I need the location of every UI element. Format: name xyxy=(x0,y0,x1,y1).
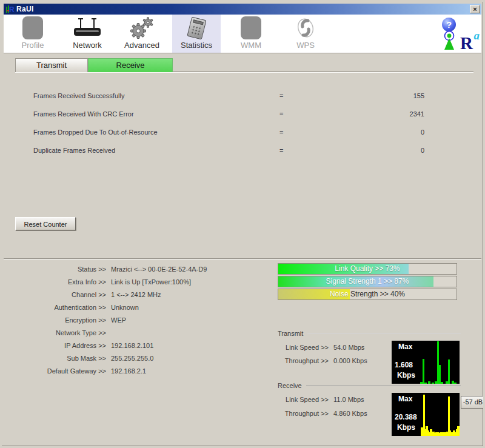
receive-throughput-graph: Max 20.388 Kbps xyxy=(392,393,460,436)
reset-counter-button[interactable]: Reset Counter xyxy=(15,217,76,230)
status-row: Authentication >>Unknown xyxy=(8,301,207,313)
app-icon: R xyxy=(5,5,15,13)
link-status-panel: Status >>Mrazici <--> 00-0E-2E-52-4A-D9 … xyxy=(8,262,207,377)
calculator-icon xyxy=(187,16,206,39)
toolbar-label: Statistics xyxy=(181,41,212,50)
status-row: IP Address >>192.168.2.101 xyxy=(8,339,207,352)
toolbar-item-statistics[interactable]: Statistics xyxy=(172,15,221,53)
radar-status-icon xyxy=(440,30,458,52)
tab-receive[interactable]: Receive xyxy=(88,58,173,72)
counter-row: Frames Received Successfully = 155 xyxy=(2,92,483,101)
network-icon xyxy=(72,16,103,39)
profile-icon xyxy=(22,16,43,39)
toolbar-label: Advanced xyxy=(124,41,159,50)
status-row: Channel >>1 <--> 2412 MHz xyxy=(8,288,207,301)
toolbar-label: Network xyxy=(73,41,102,50)
counter-row: Frames Dropped Due To Out-of-Resource = … xyxy=(2,129,483,137)
raui-window: R RaUI × Profile Network xyxy=(0,0,485,448)
toolbar-item-profile[interactable]: Profile xyxy=(8,15,57,53)
quality-bars: Link Quality >> 73% Link Quality >> 73% … xyxy=(278,263,457,301)
tx-link-speed-row: Link Speed >>54.0 Mbps xyxy=(278,344,364,352)
titlebar: R RaUI × xyxy=(4,4,481,15)
signal-strength-bar: Signal Strength 1 >> 87% Signal Strength… xyxy=(278,276,457,287)
tx-throughput-row: Throughput >>0.000 Kbps xyxy=(278,357,367,365)
toolbar-item-wps[interactable]: WPS xyxy=(281,15,330,53)
status-row: Status >>Mrazici <--> 00-0E-2E-52-4A-D9 xyxy=(8,262,207,275)
toolbar-item-wmm[interactable]: WMM xyxy=(227,15,275,53)
status-row: Sub Mask >>255.255.255.0 xyxy=(8,352,207,364)
toolbar: Profile Network xyxy=(4,15,481,53)
receive-section-header: Receive xyxy=(278,382,461,389)
transmit-section-header: Transmit xyxy=(278,330,461,337)
link-quality-bar: Link Quality >> 73% Link Quality >> 73% xyxy=(278,263,457,275)
status-row: Encryption >>WEP xyxy=(8,313,207,326)
wmm-icon xyxy=(241,16,261,39)
transmit-throughput-graph: Max 1.608 Kbps xyxy=(392,341,460,384)
counter-row: Duplicate Frames Received = 0 xyxy=(2,147,483,155)
svg-text:R: R xyxy=(9,5,15,13)
status-row: Network Type >> xyxy=(8,326,207,339)
toolbar-label: WMM xyxy=(241,41,261,50)
toolbar-item-advanced[interactable]: Advanced xyxy=(118,15,166,53)
rx-throughput-row: Throughput >>4.860 Kbps xyxy=(278,410,367,418)
toolbar-item-network[interactable]: Network xyxy=(63,15,112,53)
status-row: Default Gateway >>192.168.2.1 xyxy=(8,364,207,377)
status-row: Extra Info >>Link is Up [TxPower:100%] xyxy=(8,275,207,288)
toolbar-label: Profile xyxy=(22,41,44,50)
toolbar-label: WPS xyxy=(296,41,315,50)
noise-strength-bar: Noise Strength >> 40% Noise Strength >> … xyxy=(278,289,457,300)
help-icon[interactable]: ? xyxy=(442,18,456,32)
counter-row: Frames Received With CRC Error = 2341 xyxy=(2,110,483,119)
close-button[interactable]: × xyxy=(470,5,480,13)
section-divider xyxy=(4,258,481,259)
ralink-logo: R a xyxy=(459,33,480,52)
tab-transmit[interactable]: Transmit xyxy=(15,58,88,72)
toolbar-right: ? R a xyxy=(438,15,481,53)
rx-link-speed-row: Link Speed >>11.0 Mbps xyxy=(278,396,364,404)
gears-icon xyxy=(128,16,156,40)
wps-icon xyxy=(293,16,318,40)
signal-db-badge[interactable]: -57 dB xyxy=(461,396,485,409)
window-title: RaUI xyxy=(16,5,34,13)
